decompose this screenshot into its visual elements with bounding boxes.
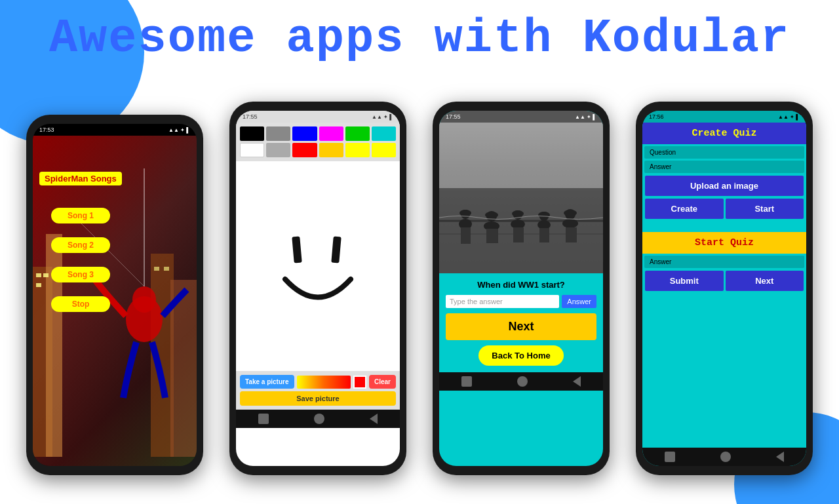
take-picture-button[interactable]: Take a picture: [240, 375, 294, 389]
svg-rect-32: [539, 228, 549, 242]
question-field[interactable]: Question: [644, 146, 804, 159]
stop-button[interactable]: Stop: [51, 296, 110, 312]
nav-square-icon: [461, 376, 472, 387]
color-gray[interactable]: [266, 126, 290, 141]
color-white[interactable]: [240, 143, 264, 157]
color-silver[interactable]: [266, 143, 290, 157]
svg-rect-28: [513, 227, 524, 242]
color-yellow3[interactable]: [372, 143, 396, 157]
svg-point-27: [511, 220, 525, 229]
question-label: Question: [650, 149, 799, 156]
save-picture-button[interactable]: Save picture: [240, 391, 396, 406]
quiz-action-row: Create Start: [645, 199, 804, 219]
color-slider[interactable]: [297, 376, 351, 389]
color-green[interactable]: [345, 126, 370, 141]
svg-point-10: [132, 286, 156, 313]
svg-rect-7: [154, 267, 159, 271]
svg-point-31: [537, 220, 551, 229]
phone2-statusbar: 17:55 ▲▲ ✦ ▌: [236, 111, 400, 123]
answer-field[interactable]: Answer: [644, 161, 804, 173]
answer-label: Answer: [650, 163, 799, 170]
create-quiz-header: Create Quiz: [642, 123, 806, 144]
phone2-navbar: [236, 410, 400, 428]
song2-button[interactable]: Song 2: [51, 237, 110, 253]
svg-rect-8: [164, 267, 169, 271]
nav-circle-icon: [314, 414, 324, 424]
smiley-drawing: [265, 214, 370, 319]
upload-image-button[interactable]: Upload an image: [645, 176, 804, 196]
nav-square-icon: [258, 414, 269, 424]
answer-button[interactable]: Answer: [562, 295, 596, 308]
svg-point-30: [512, 210, 524, 217]
phone1-statusbar: 17:53 ▲▲ ✦ ▌: [33, 124, 197, 136]
svg-rect-6: [36, 283, 41, 287]
color-yellow2[interactable]: [345, 143, 370, 157]
submit-button[interactable]: Submit: [645, 271, 724, 291]
nav-circle-icon: [720, 452, 731, 462]
svg-rect-15: [439, 123, 603, 188]
phone2-controls-row: Take a picture Clear: [240, 375, 396, 389]
color-cyan[interactable]: [372, 126, 396, 141]
ww1-bg: [439, 123, 603, 273]
next-quiz-button[interactable]: Next: [726, 271, 804, 291]
svg-rect-5: [43, 273, 49, 277]
phone1-screen: 17:53 ▲▲ ✦ ▌: [33, 124, 197, 466]
start-quiz-header: Start Quiz: [642, 232, 806, 254]
phone3-screen: 17:55 ▲▲ ✦ ▌: [439, 111, 603, 466]
create-button[interactable]: Create: [645, 199, 724, 219]
svg-rect-24: [486, 229, 498, 243]
clear-button[interactable]: Clear: [369, 375, 396, 389]
svg-rect-36: [566, 227, 577, 242]
svg-point-22: [459, 210, 471, 216]
back-to-home-button[interactable]: Back To Home: [478, 345, 563, 366]
phone3-time: 17:55: [446, 113, 461, 120]
phone4-frame: 17:56 ▲▲ ✦ ▌ Create Quiz Question Answer…: [636, 102, 813, 475]
current-color-indicator: [353, 376, 366, 389]
song3-button[interactable]: Song 3: [51, 267, 110, 282]
answer-field2[interactable]: Answer: [644, 256, 804, 268]
ww1-image: [439, 123, 603, 273]
phone4-icons: ▲▲ ✦ ▌: [778, 114, 800, 120]
svg-point-35: [562, 219, 578, 228]
quiz-divider: [642, 222, 806, 227]
color-palette: [236, 123, 400, 161]
answer-row: Type the answer Answer: [446, 295, 596, 308]
start-quiz-action-row: Submit Next: [645, 271, 804, 291]
phone4-statusbar: 17:56 ▲▲ ✦ ▌: [642, 111, 806, 123]
svg-rect-4: [36, 273, 41, 277]
svg-rect-14: [331, 237, 341, 263]
song1-button[interactable]: Song 1: [51, 208, 110, 223]
svg-rect-13: [292, 237, 302, 263]
color-red[interactable]: [292, 143, 317, 157]
color-black[interactable]: [240, 126, 264, 141]
phone3-icons: ▲▲ ✦ ▌: [575, 114, 596, 120]
phones-container: 17:53 ▲▲ ✦ ▌: [26, 102, 813, 475]
phone3-quiz-area: When did WW1 start? Type the answer Answ…: [439, 273, 603, 372]
nav-back-icon: [370, 414, 378, 424]
phone1-icons: ▲▲ ✦ ▌: [168, 127, 190, 133]
nav-square-icon: [665, 452, 675, 462]
next-button[interactable]: Next: [446, 313, 596, 340]
nav-circle-icon: [517, 376, 528, 387]
color-yellow[interactable]: [319, 143, 343, 157]
phone1-app-title: SpiderMan Songs: [39, 172, 122, 185]
phone1-time: 17:53: [39, 126, 54, 133]
phone4-time: 17:56: [649, 113, 664, 120]
phone3-frame: 17:55 ▲▲ ✦ ▌: [433, 102, 610, 475]
nav-back-icon: [573, 376, 581, 387]
main-title: Awesome apps with Kodular: [0, 12, 839, 66]
svg-point-34: [538, 212, 550, 218]
answer-input-display[interactable]: Type the answer: [446, 295, 559, 308]
nav-back-icon: [776, 452, 784, 462]
drawing-canvas[interactable]: [236, 161, 400, 371]
phone2-frame: 17:55 ▲▲ ✦ ▌: [229, 102, 406, 475]
answer-label2: Answer: [650, 258, 799, 265]
svg-rect-20: [461, 227, 471, 244]
phone1-frame: 17:53 ▲▲ ✦ ▌: [26, 115, 203, 475]
color-magenta[interactable]: [319, 126, 343, 141]
color-blue[interactable]: [292, 126, 317, 141]
phone1-bg: SpiderMan Songs Song 1 Song 2 Song 3 Sto…: [33, 136, 197, 466]
start-button[interactable]: Start: [726, 199, 804, 219]
phone2-icons: ▲▲ ✦ ▌: [372, 114, 393, 120]
phone3-statusbar: 17:55 ▲▲ ✦ ▌: [439, 111, 603, 123]
